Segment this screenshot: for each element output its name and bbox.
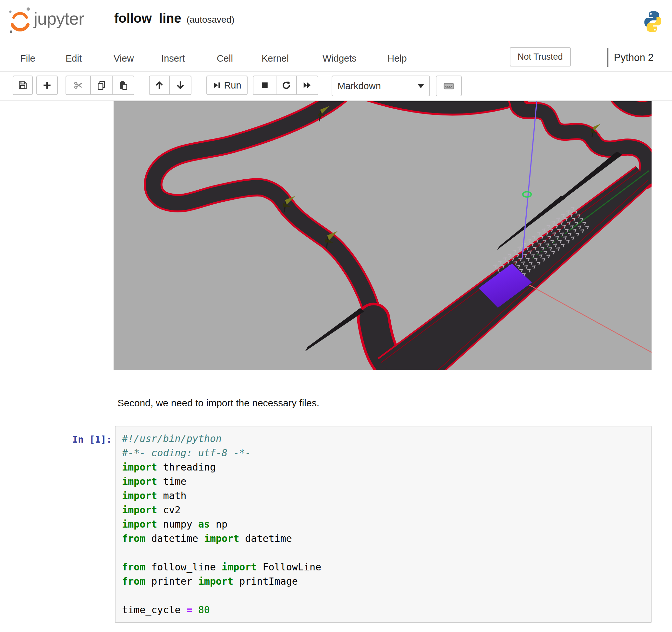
toolbar-divider — [0, 100, 672, 101]
copy-cell-button[interactable] — [90, 76, 113, 95]
menu-widgets[interactable]: Widgets — [322, 53, 357, 64]
cut-cell-button[interactable] — [66, 76, 91, 95]
add-cell-icon — [42, 80, 52, 91]
save-button[interactable] — [13, 76, 33, 95]
code-line: import cv2 — [122, 503, 644, 517]
command-palette-button[interactable] — [436, 76, 462, 96]
code-line — [122, 546, 644, 560]
jupyter-notebook-app: { "header": { "logo_text": "jupyter", "t… — [0, 0, 672, 632]
track-topright-bend — [615, 101, 652, 109]
menu-file[interactable]: File — [20, 53, 35, 64]
code-line: from datetime import datetime — [122, 531, 644, 546]
run-icon — [213, 81, 221, 90]
run-cell-button[interactable]: Run — [207, 76, 247, 95]
menu-bar: File Edit View Insert Cell Kernel Widget… — [0, 47, 672, 72]
jupyter-logo — [6, 4, 33, 36]
cell-type-dropdown-arrow-icon — [417, 84, 424, 88]
code-line: #-*- coding: utf-8 -*- — [122, 446, 644, 460]
code-line: from printer import printImage — [122, 574, 644, 588]
stop-kernel-button[interactable] — [253, 76, 277, 95]
cell-output-image — [114, 101, 652, 370]
code-line: import threading — [122, 460, 644, 474]
menu-insert[interactable]: Insert — [161, 53, 185, 64]
keyboard-icon — [443, 80, 455, 92]
move-up-icon — [154, 80, 165, 91]
move-down-icon — [175, 80, 186, 91]
kernel-separator — [607, 48, 608, 67]
code-line: time_cycle = 80 — [122, 603, 644, 617]
autosave-status: (autosaved) — [187, 15, 235, 25]
copy-icon — [96, 80, 107, 91]
edit-button-group — [66, 76, 134, 95]
menu-view[interactable]: View — [114, 53, 134, 64]
code-line: from follow_line import FollowLine — [122, 560, 644, 574]
kernel-button-group — [253, 76, 318, 95]
menu-help[interactable]: Help — [387, 53, 407, 64]
cut-icon — [73, 80, 83, 91]
paste-icon — [118, 80, 128, 91]
code-line: import numpy as np — [122, 517, 644, 531]
code-lines: #!/usr/bin/python#-*- coding: utf-8 -*-i… — [122, 432, 644, 617]
notebook-title[interactable]: follow_line — [114, 11, 182, 26]
stop-icon — [260, 80, 270, 90]
cell-type-select[interactable]: Markdown — [332, 76, 430, 96]
code-line — [122, 588, 644, 603]
code-line: import math — [122, 489, 644, 503]
fast-forward-icon — [303, 80, 312, 90]
code-line: import time — [122, 474, 644, 489]
python-logo — [644, 9, 662, 34]
header: jupyter follow_line (autosaved) — [0, 0, 672, 47]
add-cell-button[interactable] — [37, 76, 58, 95]
restart-and-run-all-button[interactable] — [296, 76, 318, 95]
save-icon — [18, 80, 28, 91]
move-cell-down-button[interactable] — [169, 76, 191, 95]
move-cell-up-button[interactable] — [149, 76, 170, 95]
track-top-arc — [370, 101, 522, 107]
menu-kernel[interactable]: Kernel — [262, 53, 289, 64]
code-cell-editor[interactable]: #!/usr/bin/python#-*- coding: utf-8 -*-i… — [115, 426, 652, 623]
trust-status-badge[interactable]: Not Trusted — [510, 47, 571, 67]
menu-cell[interactable]: Cell — [217, 53, 233, 64]
restart-kernel-button[interactable] — [276, 76, 297, 95]
cell-type-selected-value: Markdown — [337, 81, 417, 92]
input-prompt: In [1]: — [20, 434, 112, 445]
jupyter-wordmark: jupyter — [34, 8, 84, 28]
menu-edit[interactable]: Edit — [66, 53, 82, 64]
kernel-indicator: Python 2 — [614, 52, 653, 64]
code-line: #!/usr/bin/python — [122, 432, 644, 446]
gazebo-track-render — [114, 101, 652, 370]
run-button-label: Run — [224, 80, 241, 91]
markdown-cell[interactable]: Second, we need to import the necessary … — [117, 398, 319, 409]
move-button-group — [149, 76, 191, 95]
paste-cell-button[interactable] — [112, 76, 134, 95]
restart-kernel-icon — [282, 80, 291, 90]
